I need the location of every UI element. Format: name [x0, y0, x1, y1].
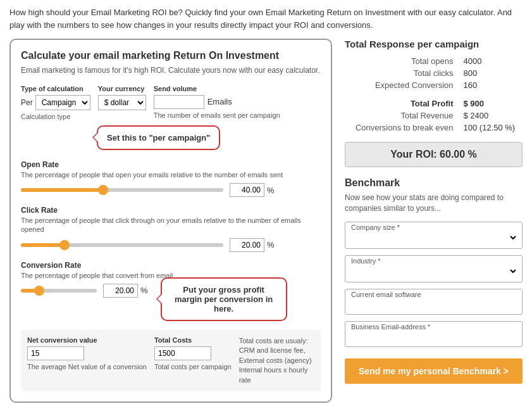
- company-size-group: Company size * 1-10 11-50 51-200 201-500…: [345, 222, 523, 249]
- roi-box: Your ROI: 60.00 %: [345, 142, 523, 167]
- benchmark-title: Benchmark: [345, 177, 523, 189]
- bottom-inputs-section: Net conversion value The average Net val…: [21, 330, 321, 391]
- click-rate-value-box: %: [230, 238, 275, 252]
- calculator-panel: Calculate your email marketing Return On…: [9, 39, 332, 403]
- industry-group: Industry * Technology Retail Finance Hea…: [345, 255, 523, 282]
- break-even-row: Conversions to break even 100 (12.50 %): [346, 122, 521, 133]
- open-rate-section: Open Rate The percentage of people that …: [21, 160, 321, 197]
- business-email-legend: Business Email-address *: [349, 323, 518, 331]
- click-rate-label: Click Rate: [21, 206, 321, 215]
- response-table: Total opens 4000 Total clicks 800 Expect…: [345, 54, 523, 134]
- business-email-group: Business Email-address *: [345, 321, 523, 347]
- industry-select[interactable]: Technology Retail Finance Healthcare Oth…: [349, 265, 518, 278]
- send-volume-label: Send volume: [154, 85, 280, 92]
- send-benchmark-button[interactable]: Send me my personal Benchmark >: [345, 358, 523, 384]
- calc-subtitle: Email marketing is famous for it's high …: [21, 65, 321, 76]
- break-even-value: 100 (12.50 %): [461, 122, 521, 133]
- total-profit-row: Total Profit $ 900: [346, 98, 521, 109]
- total-revenue-row: Total Revenue $ 2400: [346, 110, 521, 121]
- type-label: Type of calculation: [21, 85, 90, 92]
- total-clicks-value: 800: [461, 68, 521, 79]
- open-rate-slider[interactable]: [21, 188, 223, 192]
- open-rate-input[interactable]: [230, 183, 264, 197]
- emails-unit: Emails: [207, 97, 232, 106]
- click-rate-input[interactable]: [230, 238, 264, 252]
- benchmark-desc: Now see how your stats are doing compare…: [345, 193, 523, 214]
- conversion-rate-slider[interactable]: [21, 289, 97, 293]
- click-rate-slider[interactable]: [21, 243, 223, 247]
- net-conversion-group: Net conversion value The average Net val…: [27, 336, 147, 385]
- email-software-legend: Current email software: [349, 291, 518, 298]
- company-size-legend: Company size *: [349, 224, 518, 231]
- net-conversion-sublabel: The average Net value of a conversion: [27, 363, 147, 370]
- net-conversion-label: Net conversion value: [27, 336, 147, 344]
- total-profit-value: $ 900: [461, 98, 521, 109]
- intro-text: How high should your Email Marketing ROI…: [9, 6, 523, 31]
- email-software-group: Current email software: [345, 289, 523, 315]
- business-email-required: *: [428, 323, 430, 331]
- click-rate-desc: The percentage of people that click thro…: [21, 216, 321, 234]
- business-email-input[interactable]: [349, 331, 518, 343]
- send-volume-sublabel: The number of emails sent per campaign: [154, 111, 280, 119]
- open-rate-label: Open Rate: [21, 160, 321, 169]
- conversion-rate-row: %: [21, 284, 148, 298]
- type-group: Type of calculation Per Campaign Month Y…: [21, 85, 90, 120]
- per-label: Per: [21, 98, 33, 107]
- annotation-bubble-2: Put your gross profit margin per convers…: [161, 277, 287, 321]
- open-rate-value-box: %: [230, 183, 275, 197]
- net-conversion-input[interactable]: [27, 346, 84, 360]
- currency-select[interactable]: $ dollar € euro £ pound: [98, 95, 146, 110]
- total-revenue-value: $ 2400: [461, 110, 521, 121]
- total-costs-group: Total Costs Total costs per campaign: [154, 336, 232, 385]
- total-clicks-row: Total clicks 800: [346, 68, 521, 79]
- total-opens-label: Total opens: [346, 56, 460, 66]
- conversion-rate-value-box: %: [103, 284, 148, 298]
- total-costs-note: Total costs are usualy: CRM and license …: [239, 336, 314, 385]
- send-volume-group: Send volume 10000 Emails The number of e…: [154, 85, 280, 119]
- calc-row-1: Type of calculation Per Campaign Month Y…: [21, 85, 321, 120]
- open-rate-row: %: [21, 183, 321, 197]
- open-rate-desc: The percentage of people that open your …: [21, 170, 321, 179]
- conversion-rate-label: Conversion Rate: [21, 261, 321, 270]
- send-volume-input[interactable]: 10000: [154, 95, 204, 109]
- main-layout: Calculate your email marketing Return On…: [9, 39, 523, 403]
- click-rate-section: Click Rate The percentage of people that…: [21, 206, 321, 252]
- open-rate-percent-sign: %: [267, 186, 275, 195]
- total-profit-label: Total Profit: [346, 98, 460, 109]
- company-size-select[interactable]: 1-10 11-50 51-200 201-500 500+: [349, 231, 518, 244]
- total-costs-label: Total Costs: [154, 336, 232, 344]
- total-costs-input[interactable]: [154, 346, 211, 360]
- total-opens-value: 4000: [461, 56, 521, 66]
- expected-conv-value: 160: [461, 80, 521, 91]
- currency-label: Your currency: [98, 85, 146, 92]
- total-revenue-label: Total Revenue: [346, 110, 460, 121]
- conversion-rate-percent-sign: %: [140, 286, 148, 295]
- annotation-bubble-1: Set this to "per campaign": [97, 125, 220, 150]
- total-clicks-label: Total clicks: [346, 68, 460, 79]
- expected-conv-row: Expected Conversion 160: [346, 80, 521, 91]
- total-opens-row: Total opens 4000: [346, 56, 521, 66]
- click-rate-percent-sign: %: [267, 240, 275, 250]
- conversion-rate-input[interactable]: [103, 284, 138, 298]
- type-select[interactable]: Campaign Month Year: [35, 95, 90, 110]
- industry-required: *: [378, 257, 380, 265]
- type-calc-row: Per Campaign Month Year: [21, 95, 90, 110]
- response-title: Total Response per campaign: [345, 39, 523, 49]
- break-even-label: Conversions to break even: [346, 122, 460, 133]
- right-panel: Total Response per campaign Total opens …: [345, 39, 523, 384]
- industry-legend: Industry *: [349, 257, 518, 265]
- company-size-required: *: [397, 224, 400, 231]
- expected-conv-label: Expected Conversion: [346, 80, 460, 91]
- currency-group: Your currency $ dollar € euro £ pound: [98, 85, 146, 110]
- total-costs-sublabel: Total costs per campaign: [154, 363, 232, 370]
- email-software-input[interactable]: [349, 298, 518, 310]
- conversion-rate-section: Conversion Rate The percentage of people…: [21, 261, 321, 321]
- calc-type-sublabel: Calculation type: [21, 113, 90, 120]
- calc-title: Calculate your email marketing Return On…: [21, 50, 321, 61]
- click-rate-row: %: [21, 238, 321, 252]
